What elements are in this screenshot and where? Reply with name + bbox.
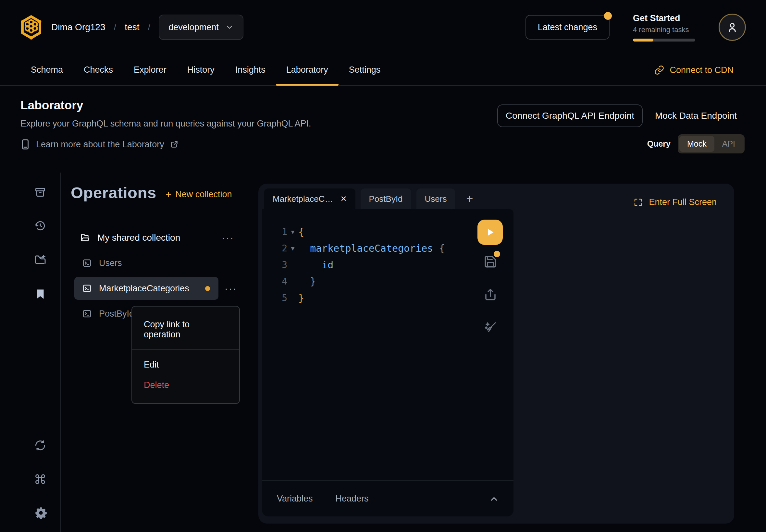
collection-menu-button[interactable]: ··· <box>222 232 234 243</box>
tab-checks[interactable]: Checks <box>73 54 123 85</box>
get-started-widget[interactable]: Get Started 4 remaining tasks <box>633 13 695 42</box>
code-area[interactable]: 1 ▼ { 2 ▼ marketplaceCategories { 3 id <box>262 224 470 306</box>
menu-item-copy-link[interactable]: Copy link to operation <box>132 314 239 345</box>
page-description: Explore your GraphQL schema and run quer… <box>20 119 311 129</box>
code-line: 1 ▼ { <box>262 224 470 240</box>
tab-explorer[interactable]: Explorer <box>123 54 177 85</box>
operation-row-marketplacecategories[interactable]: MarketplaceCategories ··· <box>74 277 218 300</box>
operation-icon <box>82 309 92 319</box>
command-menu-icon[interactable] <box>34 473 46 485</box>
collection-row[interactable]: My shared collection ··· <box>71 226 240 249</box>
menu-divider <box>132 349 239 350</box>
chevron-up-icon[interactable] <box>489 494 499 504</box>
share-operation-icon[interactable] <box>484 288 497 301</box>
add-tab-button[interactable]: + <box>460 188 479 209</box>
code-token: { <box>439 243 445 254</box>
tab-laboratory[interactable]: Laboratory <box>276 54 338 85</box>
main-nav: Schema Checks Explorer History Insights … <box>0 54 766 86</box>
operation-menu-button[interactable]: ··· <box>225 277 237 300</box>
external-link-icon <box>170 140 178 149</box>
link-icon <box>654 65 664 75</box>
run-query-button[interactable] <box>478 220 503 245</box>
line-number: 2 <box>262 243 287 254</box>
query-mode-mock[interactable]: Mock <box>679 136 714 152</box>
hive-logo-icon[interactable] <box>19 15 43 40</box>
collection-name: My shared collection <box>97 233 180 243</box>
play-icon <box>485 227 496 238</box>
fold-arrow-icon[interactable]: ▼ <box>287 245 298 252</box>
breadcrumb-separator: / <box>148 22 150 32</box>
editor-tab-label: PostById <box>369 194 403 204</box>
latest-changes-button[interactable]: Latest changes <box>526 15 610 40</box>
query-mode-toggle: Mock API <box>678 134 745 153</box>
learn-more-label: Learn more about the Laboratory <box>36 139 164 150</box>
connect-cdn-link[interactable]: Connect to CDN <box>654 54 734 86</box>
page-title: Laboratory <box>20 99 83 112</box>
line-number: 4 <box>262 276 287 287</box>
refresh-icon[interactable] <box>34 440 46 451</box>
breadcrumb-org[interactable]: Dima Org123 <box>51 22 105 32</box>
target-selector[interactable]: development <box>159 15 243 40</box>
editor-column: MarketplaceC… ✕ PostById Users + 1 ▼ { <box>262 184 514 516</box>
operation-name: PostById <box>99 309 134 319</box>
code-token <box>298 259 322 271</box>
code-token: marketplaceCategories <box>310 243 433 254</box>
tab-settings[interactable]: Settings <box>338 54 391 85</box>
save-operation-icon[interactable] <box>484 255 497 269</box>
code-token: } <box>298 292 304 304</box>
get-started-progress-fill <box>633 39 653 42</box>
laboratory-panel: Enter Full Screen MarketplaceC… ✕ PostBy… <box>258 184 734 524</box>
operation-row-users[interactable]: Users <box>74 252 218 274</box>
tab-insights[interactable]: Insights <box>225 54 276 85</box>
schema-archive-icon[interactable] <box>34 187 46 198</box>
target-selector-value: development <box>168 22 219 32</box>
editor-tab-users[interactable]: Users <box>417 188 456 209</box>
line-number: 5 <box>262 293 287 303</box>
get-started-title: Get Started <box>633 13 695 23</box>
rail-divider <box>60 173 61 532</box>
settings-gear-icon[interactable] <box>34 506 47 519</box>
operation-context-menu: Copy link to operation Edit Delete <box>131 306 240 404</box>
editor-tab-label: Users <box>425 194 447 204</box>
editor-bottom-bar: Variables Headers <box>262 480 514 516</box>
headers-tab[interactable]: Headers <box>335 494 369 504</box>
code-token: } <box>310 276 316 287</box>
query-mode-api[interactable]: API <box>714 136 743 152</box>
chevron-down-icon <box>225 23 234 31</box>
fold-arrow-icon[interactable]: ▼ <box>287 228 298 235</box>
menu-item-delete[interactable]: Delete <box>132 375 239 395</box>
enter-fullscreen-button[interactable]: Enter Full Screen <box>633 197 717 207</box>
connect-graphql-endpoint-button[interactable]: Connect GraphQL API Endpoint <box>497 104 643 127</box>
get-started-subtitle: 4 remaining tasks <box>633 26 695 34</box>
code-token <box>298 243 310 254</box>
mock-data-endpoint-button[interactable]: Mock Data Endpoint <box>655 104 737 127</box>
breadcrumb-project[interactable]: test <box>125 22 139 32</box>
user-avatar[interactable] <box>719 14 746 41</box>
new-collection-label: New collection <box>175 189 232 199</box>
tab-history[interactable]: History <box>177 54 225 85</box>
operation-name: Users <box>99 258 122 268</box>
operations-header: Operations + New collection <box>71 184 232 202</box>
breadcrumb: Dima Org123 / test / development <box>19 0 243 54</box>
bookmarks-icon[interactable] <box>34 288 46 300</box>
operation-icon <box>82 284 92 293</box>
learn-more-link[interactable]: Learn more about the Laboratory <box>20 139 178 150</box>
editor-tab-postbyid[interactable]: PostById <box>360 188 411 209</box>
tab-schema[interactable]: Schema <box>20 54 73 85</box>
menu-item-edit[interactable]: Edit <box>132 355 239 375</box>
hive-laboratory-page: Dima Org123 / test / development Latest … <box>0 0 766 532</box>
query-editor[interactable]: 1 ▼ { 2 ▼ marketplaceCategories { 3 id <box>262 209 514 516</box>
notification-dot <box>604 12 612 20</box>
prettify-icon[interactable] <box>484 321 497 334</box>
book-icon <box>20 139 30 150</box>
new-collection-button[interactable]: + New collection <box>165 188 232 200</box>
new-collection-folder-icon[interactable] <box>34 254 46 266</box>
variables-tab[interactable]: Variables <box>277 494 313 504</box>
editor-tab-marketplacecategories[interactable]: MarketplaceC… ✕ <box>264 188 355 209</box>
close-tab-icon[interactable]: ✕ <box>340 194 346 203</box>
editor-tab-row: MarketplaceC… ✕ PostById Users + <box>264 188 479 209</box>
code-token: { <box>298 226 304 237</box>
latest-changes-label: Latest changes <box>538 22 597 32</box>
history-icon[interactable] <box>34 220 46 232</box>
code-line: 3 id <box>262 257 470 273</box>
